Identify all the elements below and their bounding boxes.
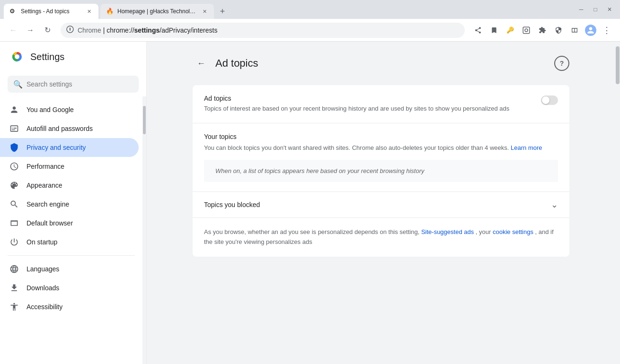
- sidebar-item-label-on-startup: On startup: [27, 238, 57, 246]
- tab-ghacks-close[interactable]: ✕: [201, 8, 208, 15]
- more-menu-icon[interactable]: ⋮: [599, 23, 614, 38]
- ad-topics-title: Ad topics: [204, 95, 533, 102]
- password-manager-icon[interactable]: 🔑: [503, 23, 518, 38]
- svg-point-3: [525, 29, 528, 32]
- svg-point-6: [15, 54, 19, 59]
- back-button[interactable]: ←: [193, 55, 210, 72]
- extensions-icon[interactable]: [535, 23, 550, 38]
- footer-text-before: As you browse, whether an ad you see is …: [204, 228, 419, 235]
- search-engine-icon: [9, 199, 19, 209]
- globe-icon: [9, 264, 19, 274]
- chrome-lens-icon[interactable]: [519, 23, 534, 38]
- footer-text-middle: , your: [476, 228, 491, 235]
- tab-settings-close[interactable]: ✕: [85, 8, 93, 15]
- blocked-topics-label: Topics you blocked: [204, 201, 260, 208]
- browser-frame: ⚙ Settings - Ad topics ✕ 🔥 Homepage | gH…: [0, 0, 620, 364]
- bookmark-icon[interactable]: [487, 23, 502, 38]
- sidebar-item-downloads[interactable]: Downloads: [0, 278, 139, 297]
- vpn-icon[interactable]: [551, 23, 566, 38]
- settings-search-bar[interactable]: 🔍: [8, 76, 139, 93]
- split-screen-icon[interactable]: [567, 23, 582, 38]
- help-button[interactable]: ?: [554, 56, 569, 71]
- avatar-icon[interactable]: [583, 23, 598, 38]
- close-button[interactable]: ✕: [603, 3, 616, 16]
- forward-button[interactable]: →: [23, 23, 38, 38]
- sidebar-item-label-you-google: You and Google: [27, 106, 74, 113]
- sidebar-item-label-accessibility: Accessibility: [27, 303, 62, 311]
- content-scrollbar[interactable]: [615, 42, 620, 364]
- sidebar-item-label-search-engine: Search engine: [27, 200, 69, 208]
- your-topics-section: Your topics You can block topics you don…: [193, 123, 569, 192]
- reload-button[interactable]: ↻: [40, 23, 55, 38]
- svg-rect-2: [523, 27, 530, 34]
- settings-title: Settings: [30, 52, 64, 62]
- blocked-topics-row[interactable]: Topics you blocked ⌄: [193, 192, 569, 218]
- toolbar: ← → ↻ Chrome | chrome://settings/adPriva…: [0, 19, 620, 42]
- sidebar-item-label-appearance: Appearance: [27, 182, 62, 189]
- cookie-settings-link[interactable]: cookie settings: [493, 228, 533, 235]
- sidebar-item-you-google[interactable]: You and Google: [0, 100, 139, 119]
- sidebar-scroll-thumb: [143, 106, 146, 134]
- sidebar-item-languages[interactable]: Languages: [0, 260, 139, 278]
- power-icon: [9, 237, 19, 247]
- address-bar[interactable]: Chrome | chrome://settings/adPrivacy/int…: [61, 23, 465, 38]
- sidebar-item-performance[interactable]: Performance: [0, 157, 139, 176]
- speed-icon: [9, 162, 19, 171]
- new-tab-button[interactable]: +: [216, 5, 229, 18]
- security-icon: [66, 26, 74, 35]
- content-scroll-thumb: [616, 46, 620, 84]
- sidebar-nav: You and Google Autofill and passwords: [0, 96, 142, 364]
- minimize-button[interactable]: ─: [575, 3, 588, 16]
- sidebar-item-label-languages: Languages: [27, 265, 59, 273]
- page-content: ← Ad topics ? Ad topics Topics of intere…: [177, 42, 585, 274]
- sidebar-item-label-default-browser: Default browser: [27, 219, 73, 227]
- sidebar-item-default-browser[interactable]: Default browser: [0, 214, 139, 233]
- main-area: Settings 🔍 You and Google: [0, 42, 620, 364]
- tab-ghacks-favicon: 🔥: [106, 8, 114, 15]
- tab-ghacks-title: Homepage | gHacks Technology: [117, 8, 197, 15]
- search-icon: 🔍: [13, 80, 23, 89]
- ad-topics-toggle-row: Ad topics Topics of interest are based o…: [193, 85, 569, 123]
- sidebar-item-label-downloads: Downloads: [27, 284, 59, 292]
- content-area: ← Ad topics ? Ad topics Topics of intere…: [147, 42, 620, 364]
- content-inner: ← Ad topics ? Ad topics Topics of intere…: [147, 42, 615, 364]
- sidebar-item-label-performance: Performance: [27, 163, 64, 170]
- sidebar-item-on-startup[interactable]: On startup: [0, 233, 139, 251]
- tab-ghacks[interactable]: 🔥 Homepage | gHacks Technology ✕: [100, 4, 214, 19]
- empty-state-text: When on, a list of topics appears here b…: [215, 167, 425, 174]
- empty-state: When on, a list of topics appears here b…: [204, 160, 558, 182]
- sidebar-item-autofill[interactable]: Autofill and passwords: [0, 119, 139, 138]
- sidebar-item-accessibility[interactable]: Accessibility: [0, 297, 139, 316]
- accessibility-icon: [9, 302, 19, 312]
- back-button[interactable]: ←: [6, 23, 21, 38]
- your-topics-desc-text: You can block topics you don't want shar…: [204, 144, 509, 151]
- tab-bar: ⚙ Settings - Ad topics ✕ 🔥 Homepage | gH…: [0, 0, 620, 19]
- address-url: chrome://settings/adPrivacy/interests: [106, 26, 217, 34]
- sidebar-item-privacy[interactable]: Privacy and security: [0, 138, 139, 157]
- ad-topics-card: Ad topics Topics of interest are based o…: [193, 85, 569, 257]
- sidebar-scrollbar[interactable]: [142, 96, 146, 364]
- site-suggested-ads-link[interactable]: Site-suggested ads: [421, 228, 474, 235]
- ad-topics-toggle[interactable]: [541, 95, 558, 105]
- sidebar: Settings 🔍 You and Google: [0, 42, 147, 364]
- tab-settings[interactable]: ⚙ Settings - Ad topics ✕: [4, 4, 98, 19]
- page-title: Ad topics: [215, 57, 258, 69]
- sidebar-item-appearance[interactable]: Appearance: [0, 176, 139, 195]
- your-topics-description: You can block topics you don't want shar…: [204, 143, 558, 153]
- share-icon[interactable]: [470, 23, 486, 38]
- address-text: Chrome | chrome://settings/adPrivacy/int…: [78, 26, 459, 34]
- page-title-row: ← Ad topics: [193, 55, 554, 72]
- sidebar-item-search-engine[interactable]: Search engine: [0, 195, 139, 214]
- toggle-thumb: [542, 96, 549, 104]
- svg-rect-1: [70, 28, 71, 31]
- page-header: ← Ad topics ?: [193, 53, 569, 74]
- chevron-down-icon: ⌄: [551, 199, 558, 210]
- footer-section: As you browse, whether an ad you see is …: [193, 218, 569, 257]
- search-input[interactable]: [27, 80, 133, 88]
- shield-icon: [9, 143, 19, 152]
- sidebar-item-label-autofill: Autofill and passwords: [27, 125, 93, 132]
- learn-more-link[interactable]: Learn more: [511, 144, 542, 151]
- toolbar-icons: 🔑 ⋮: [470, 23, 614, 38]
- window-controls: ─ □ ✕: [575, 3, 616, 19]
- maximize-button[interactable]: □: [589, 3, 602, 16]
